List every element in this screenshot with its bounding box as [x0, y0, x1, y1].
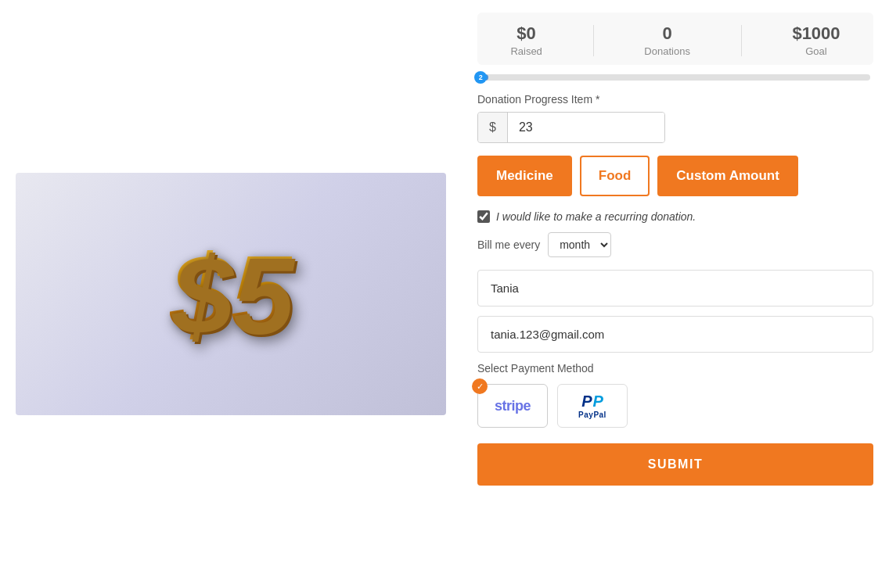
category-buttons: Medicine Food Custom Amount [477, 156, 873, 196]
goal-value: $1000 [792, 23, 840, 44]
food-button[interactable]: Food [580, 156, 650, 196]
raised-value: $0 [510, 23, 542, 44]
paypal-payment-option[interactable]: P P PayPal [557, 384, 628, 428]
donation-progress-label: Donation Progress Item * [477, 93, 873, 106]
submit-button[interactable]: SUBMIT [477, 443, 873, 486]
stripe-logo: stripe [495, 398, 531, 414]
goal-label: Goal [792, 45, 840, 57]
stat-goal: $1000 Goal [792, 23, 840, 57]
stripe-payment-option[interactable]: ✓ stripe [477, 384, 548, 428]
hero-dollar-text: $5 [170, 231, 292, 357]
stat-divider-2 [741, 25, 742, 56]
bill-label: Bill me every [477, 238, 540, 251]
recurring-row: I would like to make a recurring donatio… [477, 210, 873, 223]
name-input[interactable] [477, 270, 873, 307]
hero-image: $5 [16, 173, 446, 415]
donations-label: Donations [644, 45, 690, 57]
recurring-checkbox[interactable] [477, 210, 490, 223]
stat-donations: 0 Donations [644, 23, 690, 57]
progress-container: 2 [480, 74, 870, 81]
bill-select[interactable]: month week year [548, 232, 611, 257]
payment-options: ✓ stripe P P PayPal [477, 384, 873, 428]
donations-value: 0 [644, 23, 690, 44]
payment-label: Select Payment Method [477, 362, 873, 375]
email-input[interactable] [477, 316, 873, 353]
progress-indicator: 2 [474, 71, 487, 84]
recurring-label: I would like to make a recurring donatio… [496, 210, 696, 223]
bill-row: Bill me every month week year [477, 232, 873, 257]
progress-bar-fill: 2 [480, 74, 488, 81]
progress-bar-bg: 2 [480, 74, 870, 81]
paypal-logo: P P PayPal [578, 393, 606, 419]
left-panel: $5 [0, 0, 462, 588]
amount-input[interactable] [508, 113, 664, 142]
amount-input-row: $ [477, 112, 665, 143]
stat-raised: $0 Raised [510, 23, 542, 57]
right-panel: $0 Raised 0 Donations $1000 Goal 2 Donat… [462, 0, 889, 588]
currency-symbol: $ [478, 113, 508, 142]
custom-amount-button[interactable]: Custom Amount [657, 156, 798, 196]
stripe-selected-check: ✓ [472, 378, 488, 394]
medicine-button[interactable]: Medicine [477, 156, 572, 196]
stat-divider-1 [593, 25, 594, 56]
stats-row: $0 Raised 0 Donations $1000 Goal [477, 13, 873, 65]
raised-label: Raised [510, 45, 542, 57]
